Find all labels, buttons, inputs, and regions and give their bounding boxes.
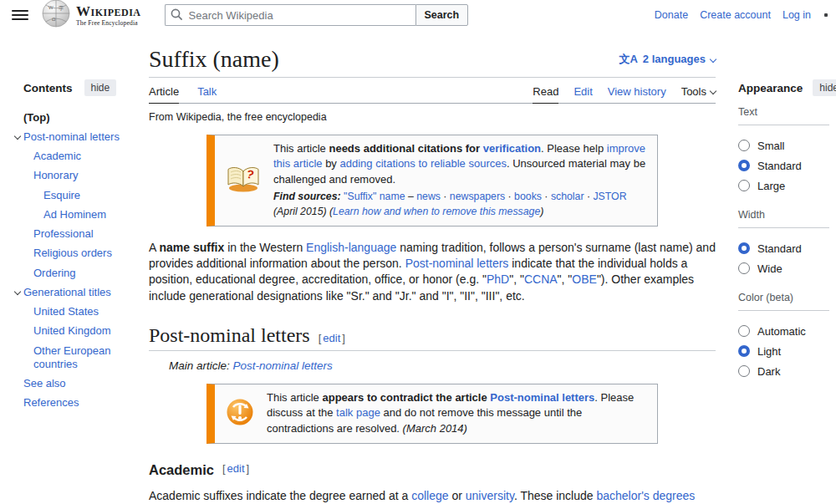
edit-section-link: [edit]	[222, 462, 249, 478]
edit-link[interactable]: edit	[226, 462, 247, 475]
radio-icon	[738, 242, 750, 254]
appearance-section-text: Text	[738, 106, 829, 125]
appearance-title: Appearance	[738, 82, 803, 94]
languages-button[interactable]: 文A 2 languages	[619, 52, 716, 67]
toc-item-post-nominal-letters[interactable]: Post-nominal letters	[12, 127, 144, 146]
toc-item-see-also[interactable]: See also	[12, 374, 144, 394]
toc-title: Contents	[23, 82, 73, 94]
contradiction-notice-text: This article appears to contradict the a…	[267, 390, 647, 438]
svg-text:Ω: Ω	[52, 17, 56, 22]
lead-paragraph: A name suffix in the Western English-lan…	[149, 240, 716, 304]
personal-links: Donate Create account Log in	[655, 9, 828, 21]
globe-logo-icon: W 字 Ω	[42, 0, 70, 31]
article-content: Suffix (name) 文A 2 languages Article Tal…	[149, 30, 716, 504]
toc-item-ad-hominem[interactable]: Ad Hominem	[12, 205, 144, 224]
article-tabs: Article Talk Read Edit View history Tool…	[149, 81, 716, 104]
radio-label: Light	[757, 345, 781, 358]
radio-label: Dark	[757, 365, 780, 378]
radio-icon	[738, 262, 750, 274]
tab-talk[interactable]: Talk	[197, 81, 217, 103]
radio-icon	[738, 365, 750, 377]
academic-paragraph: Academic suffixes indicate the degree ea…	[149, 488, 716, 504]
toc-hide-button[interactable]: hide	[84, 79, 117, 96]
appearance-hide-button[interactable]: hide	[813, 79, 836, 96]
search-button[interactable]: Search	[415, 4, 469, 26]
tab-read[interactable]: Read	[533, 81, 558, 104]
color-dark-radio[interactable]: Dark	[738, 361, 829, 381]
tab-edit[interactable]: Edit	[573, 81, 592, 103]
create-account-link[interactable]: Create account	[700, 9, 771, 21]
search-input[interactable]	[165, 4, 415, 26]
radio-icon	[738, 180, 750, 191]
collapse-chevron-icon[interactable]	[12, 130, 23, 139]
wordmark: Wikipedia	[76, 4, 141, 18]
toc-item-religious-orders[interactable]: Religious orders	[12, 244, 144, 263]
tab-article[interactable]: Article	[149, 81, 179, 104]
svg-text:W: W	[48, 5, 54, 10]
more-options-icon[interactable]	[824, 13, 828, 17]
citations-notice-text: This article needs additional citations …	[273, 141, 647, 189]
toc-item-esquire[interactable]: Esquire	[12, 186, 144, 205]
color-light-radio[interactable]: Light	[738, 341, 829, 361]
text-size-large-radio[interactable]: Large	[738, 176, 829, 196]
site-subtitle: From Wikipedia, the free encyclopedia	[149, 111, 716, 123]
width-standard-radio[interactable]: Standard	[738, 238, 829, 258]
section-heading-academic: Academic	[149, 462, 214, 478]
toc-item-generational-titles[interactable]: Generational titles	[12, 283, 144, 302]
radio-icon	[738, 345, 750, 357]
languages-label: 2 languages	[643, 53, 706, 65]
collapse-chevron-icon[interactable]	[12, 286, 23, 294]
radio-label: Large	[757, 180, 785, 192]
find-sources-line: Find sources: "Suffix" name – news · new…	[273, 190, 647, 220]
tagline: The Free Encyclopedia	[76, 20, 141, 27]
contradiction-icon	[225, 397, 255, 430]
radio-label: Small	[757, 140, 785, 152]
toc-item-ordering[interactable]: Ordering	[12, 263, 144, 283]
wikipedia-logo[interactable]: W 字 Ω Wikipedia The Free Encyclopedia	[42, 0, 141, 31]
top-bar: W 字 Ω Wikipedia The Free Encyclopedia Se…	[0, 0, 836, 30]
toc-item-top[interactable]: (Top)	[12, 108, 144, 127]
edit-section-link: [edit]	[319, 332, 345, 348]
radio-label: Standard	[757, 160, 802, 172]
text-size-small-radio[interactable]: Small	[738, 135, 829, 155]
toc-item-references[interactable]: References	[12, 394, 144, 413]
tab-view-history[interactable]: View history	[608, 81, 666, 103]
search-bar: Search	[165, 4, 469, 26]
radio-label: Automatic	[757, 325, 806, 338]
logo-text: Wikipedia The Free Encyclopedia	[76, 4, 141, 27]
toc-item-honorary[interactable]: Honorary	[12, 166, 144, 186]
text-size-standard-radio[interactable]: Standard	[738, 155, 829, 176]
contradiction-notice: This article appears to contradict the a…	[206, 384, 658, 445]
tab-tools[interactable]: Tools	[681, 81, 716, 103]
toc-item-academic[interactable]: Academic	[12, 147, 144, 166]
toc-item-united-states[interactable]: United States	[12, 303, 144, 322]
log-in-link[interactable]: Log in	[782, 9, 811, 21]
appearance-panel: Appearance hide Text Small Standard Larg…	[716, 30, 836, 504]
section-heading-post-nominal-letters: Post-nominal letters	[149, 324, 310, 348]
edit-link[interactable]: edit	[321, 332, 342, 344]
main-article-note: Main article: Post-nominal letters	[169, 359, 716, 372]
radio-icon	[738, 160, 750, 171]
main-menu-icon[interactable]	[12, 7, 28, 23]
appearance-section-width: Width	[738, 209, 829, 228]
toc-item-professional[interactable]: Professional	[12, 225, 144, 244]
radio-icon	[738, 140, 750, 151]
svg-text:字: 字	[59, 5, 64, 11]
radio-label: Standard	[757, 242, 802, 255]
page-title: Suffix (name)	[149, 45, 279, 74]
radio-icon	[738, 325, 750, 337]
appearance-section-color: Color (beta)	[738, 292, 829, 311]
table-of-contents: Contents hide (Top) Post-nominal letters…	[0, 30, 149, 504]
citations-needed-notice: ? This article needs additional citation…	[206, 135, 658, 227]
book-question-icon: ?	[225, 164, 262, 197]
donate-link[interactable]: Donate	[655, 9, 688, 21]
toc-item-other-european-countries[interactable]: Other European countries	[12, 341, 144, 374]
width-wide-radio[interactable]: Wide	[738, 258, 829, 278]
search-icon	[171, 8, 183, 24]
language-icon: 文A	[619, 52, 637, 67]
toc-item-united-kingdom[interactable]: United Kingdom	[12, 322, 144, 341]
color-automatic-radio[interactable]: Automatic	[738, 321, 829, 341]
radio-label: Wide	[757, 262, 782, 275]
